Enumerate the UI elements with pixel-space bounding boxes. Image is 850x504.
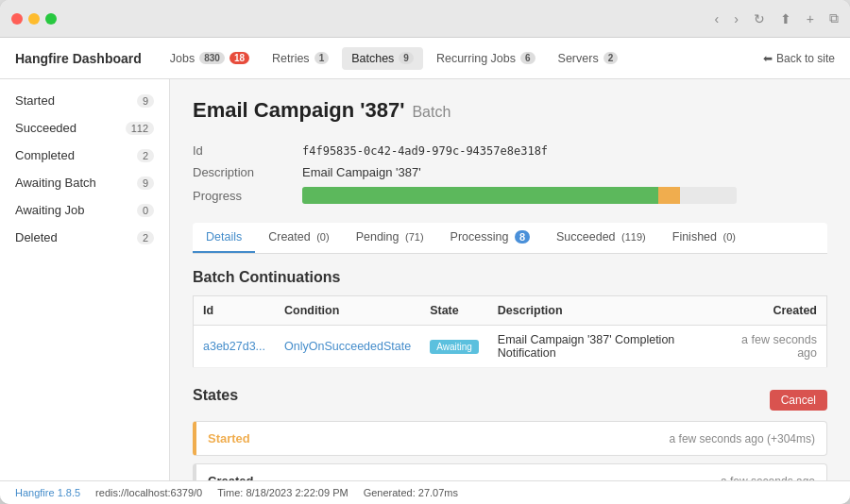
sidebar-item-deleted-count: 2 [137, 231, 154, 244]
batch-continuations-table: Id Condition State Description Created a… [193, 295, 827, 368]
tab-jobs[interactable]: Jobs 830 18 [161, 47, 259, 70]
tab-recurring[interactable]: Recurring Jobs 6 [427, 47, 545, 70]
info-progress-label: Progress [193, 189, 287, 203]
sidebar: Started 9 Succeeded 112 Completed 2 Awai… [0, 79, 170, 480]
state-badge: Awaiting [430, 340, 479, 354]
share-icon[interactable]: ⬆ [780, 11, 791, 26]
sidebar-item-awaiting-job[interactable]: Awaiting Job 0 [0, 196, 169, 224]
row-description: Email Campaign '387' Completion Notifica… [488, 326, 718, 368]
state-time-started: a few seconds ago (+304ms) [670, 432, 815, 445]
new-tab-icon[interactable]: + [807, 11, 814, 26]
minimize-button[interactable] [28, 13, 40, 25]
back-nav-icon[interactable]: ‹ [714, 11, 719, 26]
title-bar-nav: ‹ › ↻ ⬆ + ⧉ [714, 10, 839, 26]
tab-details-label: Details [206, 230, 242, 244]
duplicate-icon[interactable]: ⧉ [829, 10, 839, 26]
footer-generated-label: Generated: [364, 487, 416, 498]
state-row-created: Created a few seconds ago [193, 463, 827, 480]
footer-time: Time: 8/18/2023 2:22:09 PM [217, 487, 348, 498]
forward-nav-icon[interactable]: › [734, 11, 739, 26]
info-id-label: Id [193, 143, 287, 158]
tab-recurring-badge: 6 [520, 52, 536, 64]
tab-retries[interactable]: Retries 1 [263, 47, 338, 70]
row-id-link[interactable]: a3eb27d3... [203, 340, 265, 353]
sidebar-item-started-count: 9 [137, 94, 154, 108]
progress-orange-segment [658, 187, 680, 204]
footer-time-label: Time: [217, 487, 243, 498]
tab-pending-label: Pending [356, 230, 400, 244]
top-nav: Hangfire Dashboard Jobs 830 18 Retries 1… [0, 38, 850, 79]
sidebar-item-awaiting-batch-label: Awaiting Batch [15, 176, 96, 190]
sidebar-item-deleted-label: Deleted [15, 230, 58, 244]
tab-processing[interactable]: Processing 8 [437, 223, 543, 253]
row-created: a few seconds ago [718, 326, 826, 368]
content-tabs: Details Created (0) Pending (71) Process… [193, 223, 827, 254]
sidebar-item-awaiting-job-label: Awaiting Job [15, 203, 84, 217]
sidebar-item-deleted[interactable]: Deleted 2 [0, 224, 169, 251]
back-to-site-button[interactable]: ⬅ Back to site [763, 52, 835, 65]
tab-details[interactable]: Details [193, 223, 255, 253]
close-button[interactable] [11, 13, 23, 25]
tab-batches-label: Batches [351, 52, 394, 65]
tab-processing-count: 8 [515, 230, 530, 244]
tab-servers[interactable]: Servers 2 [549, 47, 628, 70]
info-desc-label: Description [193, 165, 287, 179]
sidebar-item-started[interactable]: Started 9 [0, 87, 169, 114]
footer-generated: Generated: 27.07ms [364, 487, 458, 498]
sidebar-item-succeeded-label: Succeeded [15, 121, 76, 135]
tab-retries-badge: 1 [314, 52, 330, 64]
footer-version[interactable]: Hangfire 1.8.5 [15, 487, 80, 498]
tab-finished-count: (0) [722, 231, 735, 243]
sidebar-item-succeeded[interactable]: Succeeded 112 [0, 114, 169, 142]
col-state: State [420, 296, 488, 326]
sidebar-item-awaiting-batch[interactable]: Awaiting Batch 9 [0, 169, 169, 196]
sidebar-item-awaiting-job-count: 0 [137, 204, 154, 217]
tab-pending-count: (71) [405, 231, 424, 243]
tab-retries-label: Retries [272, 52, 310, 65]
tab-jobs-label: Jobs [170, 52, 195, 65]
reload-icon[interactable]: ↻ [754, 11, 765, 26]
tab-jobs-badge: 830 [199, 52, 225, 64]
row-state: Awaiting [420, 326, 488, 368]
row-id: a3eb27d3... [194, 326, 276, 368]
state-name-started: Started [208, 431, 250, 445]
states-header: States Cancel [193, 387, 827, 413]
tab-recurring-label: Recurring Jobs [436, 52, 516, 65]
footer: Hangfire 1.8.5 redis://localhost:6379/0 … [0, 480, 850, 504]
info-id-value: f4f95835-0c42-4ad9-979c-94357e8e318f [302, 144, 548, 158]
state-name-created: Created [208, 474, 253, 480]
page-subtitle: Batch [412, 104, 450, 121]
progress-green-segment [302, 187, 658, 204]
cancel-button[interactable]: Cancel [770, 390, 827, 411]
sidebar-item-completed[interactable]: Completed 2 [0, 142, 169, 169]
sidebar-item-started-label: Started [15, 93, 55, 108]
tab-created-count: (0) [316, 231, 329, 243]
tab-pending[interactable]: Pending (71) [343, 223, 437, 253]
title-bar: ‹ › ↻ ⬆ + ⧉ [0, 0, 850, 38]
footer-time-value: 8/18/2023 2:22:09 PM [246, 487, 348, 498]
col-created: Created [718, 296, 826, 326]
nav-brand: Hangfire Dashboard [15, 51, 142, 66]
table-header-row: Id Condition State Description Created [194, 296, 827, 326]
tab-batches[interactable]: Batches 9 [342, 47, 423, 70]
info-row-id: Id f4f95835-0c42-4ad9-979c-94357e8e318f [193, 140, 827, 161]
tab-succeeded-label: Succeeded [556, 230, 616, 244]
sidebar-item-completed-label: Completed [15, 148, 75, 162]
footer-redis: redis://localhost:6379/0 [95, 487, 202, 498]
tab-finished[interactable]: Finished (0) [659, 223, 749, 253]
tab-created-label: Created [268, 230, 310, 244]
tab-batches-badge: 9 [399, 52, 414, 64]
back-arrow-icon: ⬅ [763, 52, 773, 65]
col-condition: Condition [275, 296, 420, 326]
content-area: Started 9 Succeeded 112 Completed 2 Awai… [0, 79, 850, 480]
nav-tabs: Jobs 830 18 Retries 1 Batches 9 Recurrin… [161, 47, 763, 70]
tab-created[interactable]: Created (0) [255, 223, 342, 253]
tab-succeeded[interactable]: Succeeded (119) [543, 223, 659, 253]
sidebar-item-awaiting-batch-count: 9 [137, 176, 154, 190]
batch-continuations-title: Batch Continuations [193, 269, 827, 286]
info-row-progress: Progress [193, 183, 827, 208]
maximize-button[interactable] [45, 13, 57, 25]
row-condition: OnlyOnSucceededState [275, 326, 420, 368]
states-section: States Cancel Started a few seconds ago … [193, 387, 827, 480]
tab-succeeded-count: (119) [621, 231, 646, 243]
